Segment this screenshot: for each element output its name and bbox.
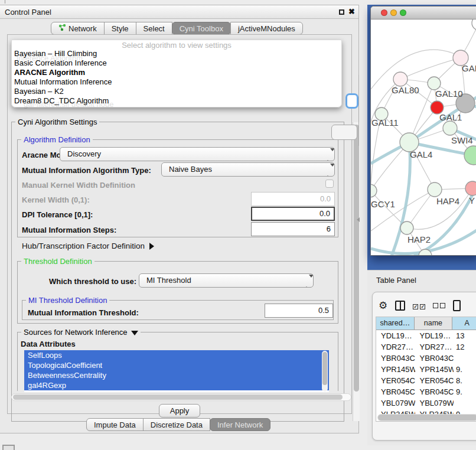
table-row[interactable]: YDL19…YDL19…13 [376,330,476,341]
mi-type-label: Mutual Information Algorithm Type: [22,166,151,175]
network-node-swi4[interactable] [443,121,457,135]
column-header-name[interactable]: name [415,317,453,330]
tab-network[interactable]: Network [51,22,105,35]
sources-legend[interactable]: Sources for Network Inference [21,328,141,337]
network-window[interactable]: GALGAL80GAL10GAL1GAL11SWI4GAL4YHAP4GCY1H… [370,6,476,256]
table-cell: YDR27… [415,341,454,353]
attribute-item[interactable]: gal4RGexp [24,380,329,390]
tab-style[interactable]: Style [104,22,136,35]
panel-divider-handle[interactable] [357,217,360,222]
bottom-tabs: Impute DataDiscretize DataInfer Network [86,418,270,431]
zoom-traffic-light-icon[interactable] [400,9,406,16]
node-label: SWI4 [451,135,473,145]
network-node-gal80[interactable] [393,72,407,86]
table-panel-title: Table Panel [376,276,416,285]
mi-type-combo[interactable]: Naive Bayes [161,162,335,177]
table-card: ⚙ ✓✓ shared… name A YDL19…YDL19…13YDR27…… [372,292,476,441]
settings-horizontal-scrollbar[interactable] [11,393,351,401]
attribute-item[interactable]: TopologicalCoefficient [24,360,329,370]
node-label: Y [469,195,475,206]
table-cell: YLR345W [415,409,454,414]
which-threshold-combo[interactable]: MI Threshold [139,273,314,288]
tab-label: Cyni Toolbox [180,22,223,35]
close-traffic-light-icon[interactable] [381,9,387,16]
tab-infer-network[interactable]: Infer Network [210,418,270,431]
manual-kernel-checkbox[interactable] [325,180,334,188]
network-node-hap4[interactable] [428,182,442,197]
stepper-icon [325,165,331,177]
table-row[interactable]: YER054CYER054C8. [376,375,476,386]
network-node-y[interactable] [465,181,476,195]
node-label: HAP2 [407,234,431,244]
checked-boxes-icon[interactable]: ✓✓ [413,300,425,311]
gear-icon[interactable]: ⚙ [379,299,387,312]
table-row[interactable]: YBL079WYBL079W [376,397,476,409]
network-node-gcy1[interactable] [371,184,377,197]
table-cell: YBR043C [415,353,454,364]
node-label: GCY1 [371,199,395,209]
tab-label: Style [112,22,129,35]
mi-steps-field[interactable]: 6 [251,222,335,236]
network-window-titlebar[interactable] [371,6,476,19]
table-row[interactable]: YBR045CYBR045C9. [376,386,476,397]
column-header-shared-name[interactable]: shared… [376,317,415,330]
table-cell: YBL079W [376,397,415,409]
kernel-width-field[interactable]: 0.0 [251,192,335,206]
hub-tf-definition-toggle[interactable]: Hub/Transcription Factor Definition [22,242,154,250]
table-cell [454,397,476,409]
algorithm-option[interactable]: Bayesian – K2 [14,87,340,96]
algorithm-dropdown-popup: Inference Algorithm gal-filtered.sif def… [11,40,342,107]
attribute-item[interactable]: BetweennessCentrality [24,370,329,380]
float-window-icon[interactable] [339,9,344,15]
node-table[interactable]: shared… name A YDL19…YDL19…13YDR27…YDR27… [376,317,476,422]
threshold-definition-legend: Threshold Definition [21,257,94,266]
mi-type-value: Naive Bayes [169,165,212,174]
tab-jactivemnodules[interactable]: jActiveMNodules [230,22,303,35]
algorithm-option[interactable]: Mutual Information Inference [14,77,340,87]
table-row[interactable]: YLR345WYLR345W9. [376,409,476,414]
algorithm-option[interactable]: Bayesian – Hill Climbing [14,49,340,58]
network-node[interactable] [472,19,476,30]
algorithm-option[interactable]: Basic Correlation Inference [14,58,340,68]
attribute-item[interactable]: SelfLoops [24,350,329,360]
table-cell: YBR045C [415,386,454,397]
mi-threshold-field[interactable]: 0.5 [265,304,333,318]
split-columns-icon[interactable] [395,301,405,311]
algorithm-option[interactable]: Dream8 DC_TDC Algorithm [14,96,340,106]
table-row[interactable]: YDR27…YDR27…12 [376,341,476,353]
document-icon[interactable] [453,300,461,311]
close-icon[interactable]: ✖ [348,7,355,16]
tab-impute-data[interactable]: Impute Data [86,418,144,431]
table-horizontal-scrollbar[interactable] [377,414,476,421]
control-panel-titlebar: Control Panel ✖ [0,5,358,19]
dpi-tolerance-label: DPI Tolerance [0,1]: [22,210,93,219]
table-panel: Table Panel ⚙ ✓✓ shared… name A YDL19…YD… [367,270,476,445]
attributes-scrollbar[interactable] [322,351,328,392]
data-attributes-list[interactable]: SelfLoopsTopologicalCoefficientBetweenne… [24,350,329,392]
control-panel-tabs: NetworkStyleSelectCyni ToolboxjActiveMNo… [51,22,303,35]
network-node-gal10[interactable] [428,77,441,90]
tab-cyni-toolbox[interactable]: Cyni Toolbox [172,22,231,35]
focused-combo-fragment[interactable] [345,93,358,109]
table-row[interactable]: YPR145WYPR145W9. [376,364,476,375]
tab-select[interactable]: Select [136,22,172,35]
dpi-tolerance-field[interactable]: 0.0 [251,207,335,221]
node-label: GAL1 [439,112,462,122]
column-header-partial[interactable]: A [452,317,476,330]
table-cell: 12 [454,341,476,353]
table-cell: YDR27… [376,341,415,353]
table-row[interactable]: YBR043CYBR043C [376,353,476,364]
network-node[interactable] [464,146,476,165]
minimize-traffic-light-icon[interactable] [390,9,397,16]
settings-vertical-scrollbar[interactable] [353,122,360,421]
tab-discretize-data[interactable]: Discretize Data [143,418,210,431]
table-combo-fragment[interactable] [331,125,357,140]
algorithm-option[interactable]: ARACNE Algorithm [14,68,340,77]
network-node-hap2[interactable] [400,221,413,234]
apply-button[interactable]: Apply [159,404,200,418]
aracne-mode-combo[interactable]: Discovery [60,147,335,161]
table-header: shared… name A [376,317,476,330]
network-canvas[interactable]: GALGAL80GAL10GAL1GAL11SWI4GAL4YHAP4GCY1H… [371,19,476,256]
unchecked-boxes-icon[interactable] [433,300,445,311]
minimized-window-icon[interactable] [2,445,15,450]
